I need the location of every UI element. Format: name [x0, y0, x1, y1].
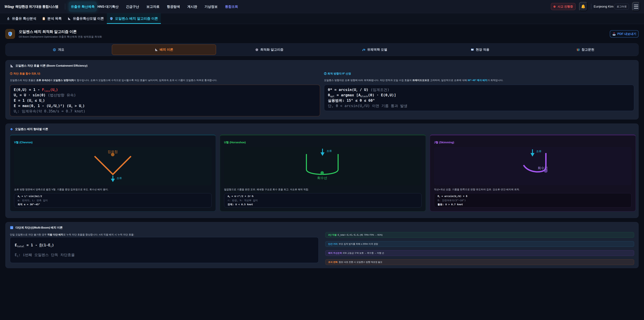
- current-label: 조류: [116, 177, 122, 180]
- main-nav: 유출유 확산예측 HNS·대기확산 긴급구난 보고자료 항공탐색 게시판 기상정…: [68, 2, 238, 12]
- section-deployment-shapes: 오일펜스 배치 형태별 이론 V형 (Chevron) 집유점 조류 조류 방향…: [5, 124, 639, 218]
- efficiency-function-paragraph: 오일펜스의 차단 효율은 조류 유속(U)과 오일펜스 방향각(θ)의 함수입니…: [10, 77, 320, 83]
- current-label: 조류: [536, 150, 542, 153]
- recovery-dot: [320, 171, 324, 175]
- nav-item-emergency-rescue[interactable]: 긴급구난: [126, 4, 139, 9]
- multiboom-guidelines: 2단 직렬: E_total = E₁+E₂−E₁·E₂ (예: 70%+70%…: [325, 232, 634, 265]
- code-line: Etotal = 1 - ∏(1-Ei): [15, 242, 314, 248]
- code-line: θ* = arcsin(Uc / U) (임계조건): [328, 87, 630, 93]
- section-tab-hydrodynamics-model[interactable]: 유체역학 모델: [323, 45, 427, 55]
- menu-icon-bar: [634, 5, 638, 5]
- horseshoe-diagram: 조류 회수선: [224, 147, 422, 185]
- guideline-two-stage: 2단 직렬: E_total = E₁+E₂−E₁·E₂ (예: 70%+70%…: [325, 232, 634, 238]
- input-numbers-icon: 12 34: [10, 226, 14, 229]
- code-line: θJ = arcsin(Uc/U) + δ: [438, 194, 628, 198]
- current-arrow-head: [530, 153, 534, 157]
- subnav-tab-analysis-list[interactable]: 분석 목록: [39, 13, 65, 24]
- navbar-right: 사고 진행중 Eunjeong Kim 로그아웃: [551, 2, 640, 11]
- nav-item-hns-air-diffusion[interactable]: HNS·대기확산: [98, 4, 118, 9]
- clipboard-icon: [42, 17, 46, 20]
- section-tab-deployment-theory[interactable]: 배치 이론: [112, 45, 216, 55]
- shape-card-code-block: θJ = arcsin(Uc/U) + δ δ: 안전여유각(5°~10°) 활…: [434, 193, 632, 208]
- nav-item-integrated-search[interactable]: 통합조회: [225, 4, 238, 9]
- shape-cards: V형 (Chevron) 집유점 조류 조류 방향 정면에서 양측으로 펼친 V…: [10, 134, 634, 211]
- efficiency-columns: ① 차단 효율 함수 E(θ, U) 오일펜스의 차단 효율은 조류 유속(U)…: [10, 71, 634, 116]
- page-title: 오일펜스 배치 최적화 알고리즘 이론: [19, 29, 102, 34]
- section-title: 12 34 다단계 차단선(Multi-Boom) 배치 이론: [10, 225, 634, 230]
- incident-status-badge: 사고 진행중: [551, 3, 576, 10]
- shape-card-description: 말굽형으로 기름을 완전 포위. 폐쇄형 구조로 회수 효율 최고. 저조류 해…: [224, 187, 422, 192]
- efficiency-function-code-block: E(θ,U) = 1 - Floss(Un) Un = U · sin(θ) (…: [10, 85, 320, 116]
- bell-icon: [580, 4, 586, 9]
- page-subtitle: Oil Boom Deployment Optimization·유출유 확산예…: [19, 35, 102, 39]
- triangle-ruler-icon: [10, 64, 14, 68]
- code-line: AV = L²·sin(2α)/2: [18, 194, 208, 198]
- optimal-angle-paragraph: 오일펜스 방향각은 조류 방향에 따라 최적화됩니다. 차단 면적과 오일 수집…: [324, 77, 634, 83]
- code-line: AU = π·r²/2 + 2r·h: [228, 194, 418, 198]
- optimal-angle-heading: ② 최적 방향각 θ* 산정: [324, 71, 634, 76]
- shape-card-code-block: AV = L²·sin(2α)/2 α: 반개각, L: 편측 길이 최적 α …: [14, 193, 212, 208]
- code-line: E = 1 (Un ≤ Uc): [14, 98, 316, 103]
- v-boom-line: [94, 156, 131, 174]
- globe-icon: [53, 48, 56, 51]
- current-label: 조류: [326, 150, 332, 152]
- books-icon: [576, 48, 580, 51]
- section-multiboom: 12 34 다단계 차단선(Multi-Boom) 배치 이론 단일 오일펜스로…: [5, 222, 639, 268]
- nav-item-oil-spill-forecast[interactable]: 유출유 확산예측: [68, 2, 97, 12]
- app-title: 해양환경 위기대응 통합시스템: [15, 4, 58, 9]
- notifications-button[interactable]: [579, 2, 588, 11]
- nav-item-aerial-search[interactable]: 항공탐색: [167, 4, 180, 9]
- page-shield-icon: [5, 29, 15, 39]
- code-line: 활용: U > 0.7 knot: [438, 202, 628, 207]
- pdf-export-button[interactable]: PDF 내보내기: [610, 30, 639, 38]
- nav-item-weather-info[interactable]: 기상정보: [204, 4, 218, 9]
- shape-card-title: J형 (Skimming): [434, 140, 632, 145]
- section-tabs: 개요 배치 이론: [5, 43, 639, 56]
- chevron-diagram: 집유점 조류: [14, 147, 212, 185]
- nav-item-reports[interactable]: 보고자료: [146, 4, 160, 9]
- section-tab-references[interactable]: 참고문헌: [534, 45, 638, 55]
- menu-button[interactable]: [632, 2, 640, 11]
- gear-icon: [255, 48, 258, 51]
- menu-icon-bar: [634, 8, 638, 9]
- wave-icon: [362, 48, 366, 51]
- efficiency-function-heading: ① 차단 효율 함수 E(θ, U): [10, 71, 320, 76]
- section-tab-optimization-algorithm[interactable]: 최적화 알고리즘: [217, 45, 321, 55]
- subnav-tab-spill-analysis[interactable]: 유출유 확산분석: [4, 13, 39, 24]
- code-line: E = max(0, 1 - (Un/Uc)²) (Un > Uc): [14, 103, 316, 109]
- top-navbar: Wing 해양환경 위기대응 통합시스템 유출유 확산예측 HNS·대기확산 긴…: [0, 0, 644, 13]
- user-name: Eunjeong Kim: [594, 5, 614, 9]
- section-containment-efficiency: 오일펜스 차단 효율 이론 (Boom Containment Efficien…: [5, 60, 639, 120]
- section-tab-field-application[interactable]: 현장 적용: [428, 45, 532, 55]
- code-line: δ: 안전여유각(5°~10°): [438, 198, 628, 203]
- blue-diamond-icon: [10, 128, 13, 131]
- skimming-diagram: 조류 회수점: [434, 147, 632, 185]
- subnav-tab-diffusion-model-theory[interactable]: 유출유확산모델 이론: [64, 13, 107, 24]
- code-line: α: 반개각, L: 편측 길이: [18, 198, 208, 203]
- page-header: 오일펜스 배치 최적화 알고리즘 이론 Oil Boom Deployment …: [5, 29, 639, 39]
- logout-button[interactable]: 로그아웃: [614, 4, 629, 10]
- incident-status-label: 사고 진행중: [558, 5, 573, 9]
- section-tab-overview[interactable]: 개요: [6, 45, 110, 55]
- navbar-divider: [65, 4, 65, 10]
- code-line: 최적 α = 30°~45°: [18, 202, 208, 207]
- shield-icon: [110, 17, 113, 20]
- code-line: Un = U · sin(θ) (법선방향 유속): [14, 93, 316, 98]
- subnav-tab-boom-algorithm-theory[interactable]: 오일펜스 배치 알고리즘 이론: [107, 13, 161, 24]
- navbar-divider: [591, 4, 591, 10]
- section-title: 오일펜스 배치 형태별 이론: [10, 127, 634, 132]
- status-dot-icon: [554, 6, 556, 8]
- nav-item-board[interactable]: 게시판: [187, 4, 197, 9]
- shape-card-description: 조류 방향 정면에서 양측으로 펼친 V형. 기름을 중앙 집유점으로 유도. …: [14, 187, 212, 192]
- current-arrow-head: [111, 179, 115, 182]
- multiboom-left-column: 단일 오일펜스로 차단 불가한 경우 직렬 다단 배치로 누적 차단 효율을 향…: [10, 232, 319, 265]
- code-line: 실용범위: 15° ≤ θ ≤ 60°: [328, 98, 630, 103]
- multiboom-columns: 단일 오일펜스로 차단 불가한 경우 직렬 다단 배치로 누적 차단 효율을 향…: [10, 232, 634, 265]
- shape-card-description: 직선+곡선 조합. 기름을 한쪽으로 편향 유도하여 집유. 강조류·연안 배치…: [434, 187, 632, 192]
- triangle-ruler-icon: [155, 48, 158, 51]
- outbox-tray-icon: [612, 32, 616, 36]
- shield-icon: [8, 31, 13, 37]
- guideline-priority: 배치 우선순위: ESI 고등급 구역 보호 → 취수원 → 어항 순: [325, 250, 634, 256]
- subnav-tabs: 유출유 확산분석 분석 목록 유출유확산모델 이론: [0, 13, 644, 24]
- brand-logo[interactable]: Wing: [4, 5, 14, 9]
